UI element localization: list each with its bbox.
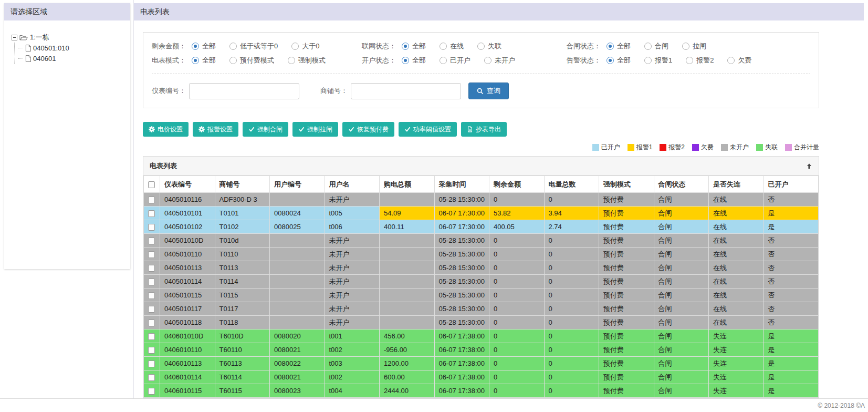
radio-icon[interactable] [484,57,491,64]
radio-icon[interactable] [229,43,237,50]
table-row[interactable]: 0405010117T0117未开户05-28 15:30:0000预付费合闸在… [144,302,819,316]
table-row[interactable]: 0405010101T01010080024t00554.0906-07 17:… [144,207,819,220]
radio-icon[interactable] [686,57,693,64]
radio-option[interactable]: 全部 [192,42,216,51]
search-row: 仪表编号： 商铺号： 查询 [152,83,810,99]
tree-node-label[interactable]: 040601 [33,55,56,63]
row-checkbox[interactable] [148,238,155,244]
table-row[interactable]: 0405010102T01020080025t006400.1106-07 17… [144,220,819,234]
radio-option[interactable]: 报警2 [686,56,714,65]
row-checkbox[interactable] [148,306,155,313]
table-cell: 合闸 [654,248,709,261]
table-cell: 05-28 15:30:00 [434,302,489,316]
table-cell: 0 [489,234,545,248]
radio-option[interactable]: 报警1 [644,56,672,65]
radio-icon[interactable] [402,43,409,50]
button-label: 抄表导出 [476,125,501,134]
radio-option[interactable]: 已开户 [440,56,470,65]
tree-node-label[interactable]: 1:一栋 [30,33,49,42]
radio-icon[interactable] [440,43,447,50]
radio-icon[interactable] [644,57,652,64]
force-trip-button[interactable]: 强制拉闸 [292,122,338,137]
row-checkbox[interactable] [148,279,155,285]
radio-option[interactable]: 强制模式 [288,56,326,65]
radio-option[interactable]: 全部 [402,56,426,65]
radio-icon[interactable] [682,43,689,50]
row-checkbox[interactable] [148,197,155,203]
radio-option[interactable]: 预付费模式 [229,56,274,65]
radio-icon[interactable] [727,57,735,64]
row-checkbox[interactable] [148,251,155,258]
table-row[interactable]: 0405010116ADF300-D 3未开户05-28 15:30:0000预… [144,193,819,207]
radio-icon[interactable] [291,43,299,50]
filter-group-label: 合闸状态： [567,42,606,51]
row-checkbox[interactable] [148,210,155,217]
table-row[interactable]: 0405010115T0115未开户05-28 15:30:0000预付费合闸在… [144,289,819,302]
tree-node-root[interactable]: 1:一栋 [12,32,123,43]
table-row[interactable]: 0406010115T601150080023t0042444.0006-07 … [144,384,819,398]
row-checkbox[interactable] [148,360,155,367]
radio-icon[interactable] [606,43,614,50]
radio-icon[interactable] [402,57,409,64]
tree-node-label[interactable]: 040501:010 [33,44,69,52]
radio-icon[interactable] [229,57,237,64]
row-checkbox[interactable] [148,347,155,354]
radio-option[interactable]: 合闸 [644,42,668,51]
select-all-checkbox[interactable] [148,181,155,188]
restore-prepaid-button[interactable]: 恢复预付费 [342,122,394,137]
collapse-panel-icon[interactable] [806,163,812,169]
radio-option[interactable]: 全部 [192,56,216,65]
meter-no-input[interactable] [189,83,299,99]
table-cell: 05-28 15:30:00 [434,289,489,302]
row-checkbox[interactable] [148,374,155,381]
tree-node[interactable]: 040601 [18,53,123,64]
radio-icon[interactable] [288,57,295,64]
force-close-button[interactable]: 强制合闸 [243,122,288,137]
radio-icon[interactable] [440,57,447,64]
row-checkbox[interactable] [148,265,155,272]
table-row[interactable]: 0405010113T0113未开户05-28 15:30:0000预付费合闸在… [144,261,819,275]
table-row[interactable]: 0406010113T601130080022t0031200.0006-07 … [144,357,819,370]
radio-icon[interactable] [477,43,485,50]
radio-option[interactable]: 失联 [477,42,501,51]
radio-icon[interactable] [192,57,199,64]
alarm-settings-button[interactable]: 报警设置 [193,122,238,137]
checkbox-cell [144,384,160,398]
table-row[interactable]: 0405010114T0114未开户05-28 15:30:0000预付费合闸在… [144,275,819,289]
radio-option[interactable]: 未开户 [484,56,515,65]
tree-node[interactable]: 040501:010 [18,43,123,53]
table-cell: T0117 [215,302,270,316]
tree-collapse-icon[interactable] [12,35,17,40]
row-checkbox[interactable] [148,224,155,231]
radio-option-label: 全部 [617,56,631,65]
table-cell [270,275,325,289]
table-row[interactable]: 0405010110T0110未开户05-28 15:30:0000预付费合闸在… [144,248,819,261]
radio-option[interactable]: 全部 [402,42,426,51]
radio-icon[interactable] [644,43,652,50]
radio-option[interactable]: 全部 [606,56,631,65]
table-row[interactable]: 040501010DT010d未开户05-28 15:30:0000预付费合闸在… [144,234,819,248]
radio-option[interactable]: 全部 [606,42,631,51]
area-tree: 1:一栋 040501:010 0 [4,20,130,75]
radio-option[interactable]: 拉闸 [682,42,706,51]
radio-option[interactable]: 在线 [440,42,464,51]
meter-export-button[interactable]: 抄表导出 [461,122,507,137]
area-panel: 请选择区域 1:一栋 040501:010 [4,3,130,269]
table-row[interactable]: 0406010114T601140080021t002600.0006-07 1… [144,370,819,384]
row-checkbox[interactable] [148,292,155,299]
row-checkbox[interactable] [148,388,155,395]
radio-icon[interactable] [192,43,199,50]
row-checkbox[interactable] [148,320,155,326]
radio-option[interactable]: 欠费 [727,56,751,65]
table-row[interactable]: 040601010DT6010D0080020t001456.0006-07 1… [144,329,819,343]
radio-option[interactable]: 低于或等于0 [229,42,278,51]
power-threshold-button[interactable]: 功率阈值设置 [399,122,457,137]
table-row[interactable]: 0405010118T0118未开户05-28 15:30:0000预付费合闸在… [144,316,819,329]
shop-no-input[interactable] [351,83,461,99]
radio-option[interactable]: 大于0 [291,42,319,51]
price-settings-button[interactable]: 电价设置 [143,122,189,137]
row-checkbox[interactable] [148,333,155,340]
search-button[interactable]: 查询 [468,83,509,99]
table-row[interactable]: 0406010110T601100080021t002-956.0006-07 … [144,343,819,357]
radio-icon[interactable] [606,57,614,64]
